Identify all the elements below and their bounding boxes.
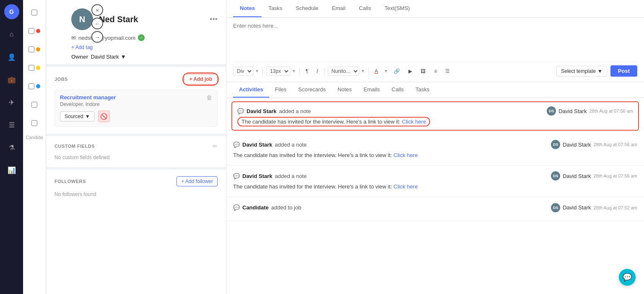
tab-textsms[interactable]: Text(SMS) bbox=[378, 0, 417, 17]
post-button[interactable]: Post bbox=[610, 65, 637, 77]
send-icon[interactable]: ✈ bbox=[4, 95, 19, 110]
panel-nav: × ← → bbox=[91, 4, 103, 43]
ordered-list-icon[interactable]: ≡ bbox=[431, 67, 439, 75]
activity-content: The candidate has invited for the interv… bbox=[233, 152, 637, 159]
activity-tab-activities[interactable]: Activities bbox=[233, 82, 269, 98]
notes-editor: Div ▼ 13px ▼ ¶ I Nunito... ▼ A ▼ 🔗 ▶ 🖼 ≡ bbox=[226, 18, 644, 82]
activity-tab-scorecards[interactable]: Scorecards bbox=[292, 82, 332, 98]
tab-notes[interactable]: Notes bbox=[233, 0, 262, 17]
click-here-link[interactable]: Click here bbox=[394, 183, 418, 190]
chevron-down-icon: ▼ bbox=[85, 113, 90, 119]
owner-row: Owner David Stark ▼ bbox=[71, 54, 218, 60]
tab-calls[interactable]: Calls bbox=[352, 0, 378, 17]
sidebar: G ⌂ 👤 💼 ✈ ☰ ⚗ 📊 bbox=[0, 0, 23, 294]
status-dropdown[interactable]: Sourced ▼ bbox=[60, 111, 95, 121]
panel-list: Candida bbox=[23, 0, 46, 294]
flask-icon[interactable]: ⚗ bbox=[4, 140, 19, 155]
avatar: N bbox=[71, 8, 93, 30]
user-avatar: DS bbox=[551, 140, 560, 149]
video-icon[interactable]: ▶ bbox=[406, 67, 415, 75]
job-actions: Sourced ▼ 🚫 bbox=[60, 111, 212, 122]
tab-tasks[interactable]: Tasks bbox=[262, 0, 289, 17]
format-select[interactable]: Div bbox=[233, 67, 253, 76]
activity-time: 28th Aug at 07:52 am bbox=[593, 205, 637, 210]
activity-header: 💬 David Stark added a noteDS David Stark… bbox=[237, 106, 633, 116]
activity-item: 💬 David Stark added a noteDS David Stark… bbox=[226, 134, 644, 165]
activity-author: David Stark bbox=[242, 142, 273, 148]
add-tag-button[interactable]: + Add tag bbox=[71, 44, 93, 50]
activity-feed: 💬 David Stark added a noteDS David Stark… bbox=[226, 98, 644, 294]
top-tabs: NotesTasksScheduleEmailCallsText(SMS) bbox=[226, 0, 644, 18]
job-delete-icon[interactable]: 🗑 bbox=[206, 94, 212, 101]
chevron-down-icon: ▼ bbox=[255, 69, 259, 73]
notes-input[interactable] bbox=[233, 23, 637, 60]
link-icon[interactable]: 🔗 bbox=[391, 67, 402, 75]
edit-icon[interactable]: ✏ bbox=[213, 143, 218, 150]
jobs-title: JOBS bbox=[55, 77, 68, 82]
more-options-icon[interactable]: ••• bbox=[210, 15, 218, 24]
font-select[interactable]: Nunito... bbox=[328, 67, 359, 76]
activity-item: 💬 David Stark added a noteDS David Stark… bbox=[231, 101, 639, 131]
panel-item-5[interactable] bbox=[26, 78, 43, 95]
activity-action: added a note bbox=[279, 108, 311, 114]
briefcase-icon[interactable]: 💼 bbox=[4, 72, 19, 87]
person-icon[interactable]: 👤 bbox=[4, 49, 19, 64]
activity-author: Candidate bbox=[242, 204, 269, 211]
text-color-icon[interactable]: A bbox=[372, 67, 381, 75]
size-select[interactable]: 13px bbox=[266, 67, 290, 76]
activity-time: 28th Aug at 07:56 am bbox=[593, 142, 637, 147]
add-follower-button[interactable]: + Add follower bbox=[177, 176, 218, 186]
panel-item-6[interactable] bbox=[26, 96, 43, 113]
home-icon[interactable]: ⌂ bbox=[4, 27, 19, 42]
close-button[interactable]: × bbox=[91, 4, 103, 16]
click-here-link[interactable]: Click here bbox=[394, 152, 418, 158]
highlighted-content: The candidate has invited for the interv… bbox=[237, 117, 430, 126]
panel-item-4[interactable] bbox=[26, 59, 43, 76]
job-title[interactable]: Recruitment manager bbox=[60, 94, 116, 101]
italic-icon[interactable]: I bbox=[314, 67, 320, 75]
tab-schedule[interactable]: Schedule bbox=[289, 0, 325, 17]
job-remove-button[interactable]: 🚫 bbox=[98, 111, 110, 122]
right-panel: NotesTasksScheduleEmailCallsText(SMS) Di… bbox=[226, 0, 644, 294]
list-icon[interactable]: ☰ bbox=[4, 117, 19, 132]
activity-tab-files[interactable]: Files bbox=[269, 82, 292, 98]
select-template-button[interactable]: Select template ▼ bbox=[556, 66, 607, 77]
chevron-down-icon: ▼ bbox=[292, 69, 296, 73]
panel-item-2[interactable] bbox=[26, 23, 43, 39]
template-label: Select template bbox=[561, 68, 596, 74]
add-job-button[interactable]: + Add job bbox=[184, 74, 218, 85]
logo-icon[interactable]: G bbox=[4, 4, 19, 19]
custom-fields-empty: No custom fields defined bbox=[55, 155, 218, 160]
panel-item-7[interactable] bbox=[26, 115, 43, 132]
tab-email[interactable]: Email bbox=[325, 0, 353, 17]
activity-header: 💬 Candidate added to jobDS David Stark 2… bbox=[233, 203, 637, 212]
activity-user: David Stark bbox=[563, 142, 591, 148]
chevron-down-icon: ▼ bbox=[384, 69, 388, 73]
forward-button[interactable]: → bbox=[91, 31, 103, 43]
chat-bubble[interactable]: 💬 bbox=[619, 269, 636, 286]
activity-tab-notes[interactable]: Notes bbox=[332, 82, 358, 98]
panel-item-3[interactable] bbox=[26, 41, 43, 58]
click-here-link[interactable]: Click here bbox=[402, 119, 426, 125]
user-avatar: DS bbox=[551, 171, 560, 181]
owner-label: Owner bbox=[71, 54, 88, 60]
owner-dropdown[interactable]: David Stark ▼ bbox=[91, 54, 126, 60]
activity-tab-tasks[interactable]: Tasks bbox=[410, 82, 435, 98]
editor-toolbar: Div ▼ 13px ▼ ¶ I Nunito... ▼ A ▼ 🔗 ▶ 🖼 ≡ bbox=[233, 62, 637, 77]
chat-icon: 💬 bbox=[233, 173, 240, 179]
activity-user: David Stark bbox=[563, 173, 591, 179]
activity-tab-calls[interactable]: Calls bbox=[386, 82, 410, 98]
chat-icon: 💬 bbox=[233, 204, 240, 211]
followers-empty: No followers found bbox=[55, 191, 218, 197]
activity-tab-emails[interactable]: Emails bbox=[358, 82, 386, 98]
activity-user: David Stark bbox=[563, 204, 591, 211]
paragraph-icon[interactable]: ¶ bbox=[303, 67, 311, 75]
image-icon[interactable]: 🖼 bbox=[418, 67, 428, 75]
unordered-list-icon[interactable]: ☰ bbox=[443, 67, 452, 75]
panel-item-1[interactable] bbox=[26, 4, 43, 21]
chat-icon: 💬 bbox=[233, 142, 240, 148]
activity-action: added a note bbox=[275, 142, 307, 148]
email-value: nedstark@yopmail.com bbox=[78, 35, 135, 41]
back-button[interactable]: ← bbox=[91, 18, 103, 29]
chart-icon[interactable]: 📊 bbox=[4, 162, 19, 178]
